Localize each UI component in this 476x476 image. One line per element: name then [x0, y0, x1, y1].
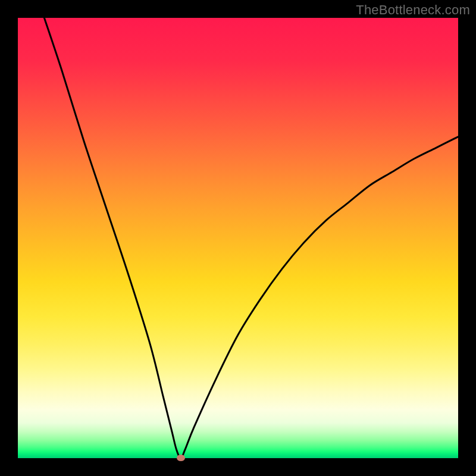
bottleneck-curve [18, 18, 458, 458]
watermark-text: TheBottleneck.com [356, 2, 470, 18]
plot-area [18, 18, 458, 458]
optimal-point-marker [177, 455, 185, 461]
chart-frame: TheBottleneck.com [0, 0, 476, 476]
